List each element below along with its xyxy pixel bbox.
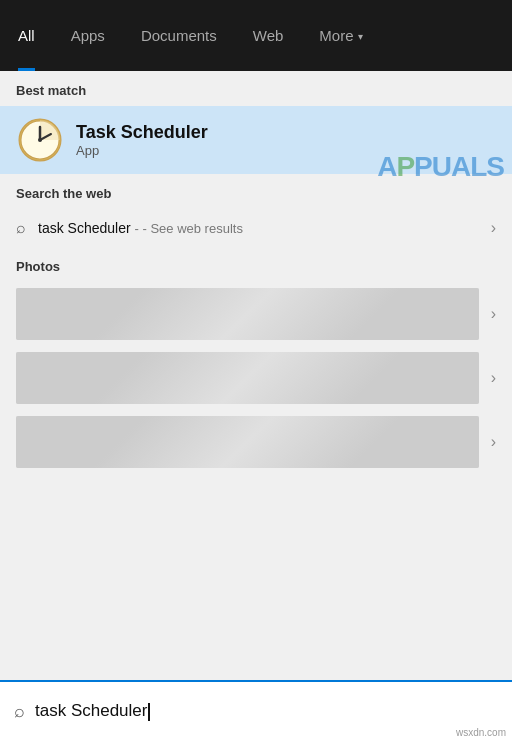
nav-item-documents[interactable]: Documents [123,0,235,71]
search-bar-input[interactable]: task Scheduler [35,701,498,721]
main-content: APPUALS Best match Task Scheduler App [0,71,512,680]
photos-section: Photos › › › [0,247,512,474]
attribution: wsxdn.com [456,727,506,738]
search-icon: ⌕ [16,219,26,237]
chevron-right-icon-1: › [491,305,496,323]
search-bar: ⌕ task Scheduler [0,680,512,740]
web-search-query: task Scheduler [38,220,131,236]
nav-item-apps[interactable]: Apps [53,0,123,71]
best-match-item[interactable]: Task Scheduler App [0,106,512,174]
search-bar-icon: ⌕ [14,701,25,722]
app-type: App [76,143,208,158]
chevron-down-icon: ▾ [358,31,363,42]
photos-label: Photos [0,247,512,282]
chevron-right-icon-2: › [491,369,496,387]
nav-label-more: More [319,27,353,44]
photo-item-3[interactable]: › [0,410,512,474]
photo-item-1[interactable]: › [0,282,512,346]
nav-bar: All Apps Documents Web More ▾ [0,0,512,71]
photo-item-2[interactable]: › [0,346,512,410]
web-search-item[interactable]: ⌕ task Scheduler - - See web results › [0,209,512,247]
nav-item-more[interactable]: More ▾ [301,0,380,71]
best-match-label: Best match [0,71,512,106]
web-search-text: task Scheduler - - See web results [38,220,491,236]
search-web-label: Search the web [0,174,512,209]
photo-thumbnail-3 [16,416,479,468]
nav-item-all[interactable]: All [0,0,53,71]
chevron-right-icon: › [491,219,496,237]
text-cursor [148,703,150,721]
nav-label-web: Web [253,27,284,44]
app-icon [16,116,64,164]
nav-label-all: All [18,27,35,44]
search-input-value: task Scheduler [35,701,147,720]
svg-point-3 [38,138,42,142]
photo-thumbnail-2 [16,352,479,404]
nav-item-web[interactable]: Web [235,0,302,71]
app-title: Task Scheduler [76,122,208,143]
best-match-text: Task Scheduler App [76,122,208,158]
chevron-right-icon-3: › [491,433,496,451]
nav-label-documents: Documents [141,27,217,44]
nav-label-apps: Apps [71,27,105,44]
web-search-suffix: - - See web results [135,221,243,236]
photo-thumbnail-1 [16,288,479,340]
